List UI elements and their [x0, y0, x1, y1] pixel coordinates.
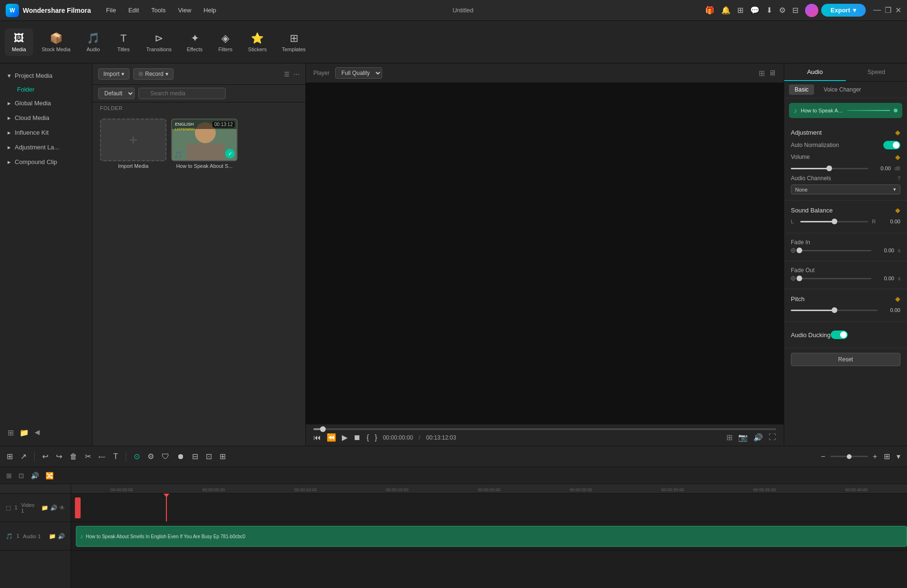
mark-in-button[interactable]: { — [366, 433, 369, 442]
sidebar-folder-icon[interactable]: 📁 — [19, 428, 29, 437]
view-select[interactable]: Default — [98, 88, 135, 99]
preview-thumb[interactable] — [320, 426, 326, 432]
settings-icon[interactable]: ⚙ — [779, 6, 786, 15]
tl-snap-button[interactable]: ⊙ — [132, 450, 142, 463]
tl-pip-button[interactable]: ⊡ — [204, 450, 214, 463]
tl-shield-button[interactable]: 🛡 — [160, 450, 171, 463]
record-button[interactable]: Record ▾ — [133, 68, 174, 80]
sound-balance-track[interactable] — [800, 221, 868, 222]
tl-grid-button[interactable]: ⊞ — [882, 450, 892, 463]
fade-in-track[interactable] — [799, 250, 871, 251]
toolbar-filters[interactable]: ◈ Filters — [211, 28, 239, 56]
tl-redo-button[interactable]: ↪ — [54, 450, 64, 463]
tl-speed-button[interactable]: ⊞ — [218, 450, 228, 463]
adjustment-diamond-icon[interactable]: ◆ — [895, 129, 900, 136]
grid-view-icon[interactable]: ⊞ — [759, 69, 765, 78]
apps-icon[interactable]: ⊟ — [792, 6, 798, 15]
tab-audio[interactable]: Audio — [784, 64, 846, 81]
toolbar-audio[interactable]: 🎵 Audio — [79, 28, 108, 56]
zoom-slider-track[interactable] — [830, 456, 868, 457]
quality-select[interactable]: Full Quality — [335, 67, 382, 79]
grid-icon[interactable]: ⊞ — [737, 6, 743, 15]
filter-icon[interactable]: ☰ — [284, 71, 290, 78]
tl-text-button[interactable]: T — [111, 450, 120, 463]
video-track-eye-icon[interactable]: 👁 — [59, 505, 65, 511]
fade-out-thumb[interactable] — [797, 276, 802, 281]
sidebar-sub-folder[interactable]: Folder — [0, 83, 92, 96]
tl-zoom-in-button[interactable]: + — [871, 450, 879, 463]
tl-zoom-out-button[interactable]: − — [819, 450, 827, 463]
sidebar-item-compound-clip[interactable]: ▸ Compound Clip — [0, 155, 92, 169]
toolbar-titles[interactable]: T Titles — [110, 28, 138, 56]
menu-tools[interactable]: Tools — [147, 5, 170, 16]
fade-out-track[interactable] — [799, 278, 871, 279]
play-button[interactable]: ▶ — [342, 433, 348, 442]
video-track-folder-icon[interactable]: 📁 — [41, 505, 48, 511]
import-media-card[interactable]: + Import Media — [100, 119, 166, 169]
sidebar-collapse-icon[interactable]: ◀ — [35, 428, 40, 437]
step-back-button[interactable]: ⏪ — [327, 433, 336, 442]
tl-add-title-track[interactable]: ⊡ — [17, 470, 26, 481]
preview-mode-icon[interactable]: 🖥 — [769, 69, 776, 78]
fullscreen-icon[interactable]: ⛶ — [769, 433, 776, 442]
volume-slider-track[interactable] — [791, 168, 868, 169]
menu-view[interactable]: View — [173, 5, 196, 16]
tl-cut-button[interactable]: ✂ — [83, 450, 93, 463]
tl-add-audio-track[interactable]: 🔊 — [29, 470, 40, 481]
audio-track-volume-icon[interactable]: 🔊 — [58, 533, 65, 540]
toolbar-effects[interactable]: ✦ Effects — [180, 28, 209, 56]
screenshot-icon[interactable]: 📷 — [738, 433, 748, 442]
sub-tab-voice-changer[interactable]: Voice Changer — [818, 84, 867, 95]
menu-edit[interactable]: Edit — [124, 5, 144, 16]
sidebar-new-folder-icon[interactable]: ⊞ — [8, 428, 14, 437]
message-icon[interactable]: 💬 — [750, 6, 760, 15]
tl-split-button[interactable]: ⟝ — [97, 450, 108, 463]
audio-track-folder-icon[interactable]: 📁 — [49, 533, 56, 540]
toolbar-stickers[interactable]: ⭐ Stickers — [241, 28, 273, 56]
sound-balance-diamond-icon[interactable]: ◆ — [895, 206, 900, 214]
toolbar-templates[interactable]: ⊞ Templates — [275, 28, 312, 56]
close-button[interactable]: ✕ — [895, 6, 901, 15]
minimize-button[interactable]: — — [873, 6, 881, 15]
more-options-icon[interactable]: ⋯ — [293, 71, 300, 78]
toolbar-transitions[interactable]: ⊳ Transitions — [140, 28, 178, 56]
zoom-slider-thumb[interactable] — [847, 454, 852, 459]
pitch-diamond-icon[interactable]: ◆ — [895, 295, 900, 303]
audio-channels-dropdown[interactable]: None ▾ — [791, 184, 900, 194]
sidebar-item-influence-kit[interactable]: ▸ Influence Kit — [0, 125, 92, 140]
maximize-button[interactable]: ❐ — [885, 6, 891, 15]
reset-button[interactable]: Reset — [791, 353, 900, 366]
tl-undo-button[interactable]: ↩ — [40, 450, 50, 463]
search-input[interactable] — [138, 88, 226, 99]
volume-diamond-icon[interactable]: ◆ — [895, 153, 900, 161]
fade-in-thumb[interactable] — [797, 248, 802, 253]
audio-mute-icon[interactable]: 🔊 — [753, 433, 763, 442]
add-to-timeline-icon[interactable]: ⊞ — [726, 433, 733, 442]
preview-timeline-bar[interactable] — [313, 428, 776, 430]
import-button[interactable]: Import ▾ — [98, 68, 129, 80]
audio-clip[interactable]: ♪ How to Speak About Smells In English E… — [76, 526, 907, 547]
tl-edit-tool[interactable]: ↗ — [18, 450, 28, 463]
notification-icon[interactable]: 🔔 — [721, 6, 731, 15]
tl-add-video-track[interactable]: ⊞ — [5, 470, 13, 481]
menu-help[interactable]: Help — [199, 5, 221, 16]
video-clip-card[interactable]: ENGLISH LISTENING 00:13:12 ✓ 🎵 How to Sp… — [171, 119, 238, 169]
auto-normalization-toggle[interactable] — [883, 141, 900, 149]
avatar[interactable] — [805, 4, 818, 17]
mark-out-button[interactable]: } — [375, 433, 377, 442]
sidebar-item-adjustment-la[interactable]: ▸ Adjustment La... — [0, 140, 92, 155]
video-track-volume-icon[interactable]: 🔊 — [50, 505, 57, 511]
tl-magnet-button[interactable]: ⚙ — [146, 450, 156, 463]
tl-shuffle-button[interactable]: 🔀 — [44, 470, 55, 481]
tl-record-button[interactable]: ⏺ — [175, 450, 186, 463]
tab-speed[interactable]: Speed — [846, 64, 907, 81]
sidebar-item-cloud-media[interactable]: ▸ Cloud Media — [0, 110, 92, 125]
sound-balance-thumb[interactable] — [832, 219, 837, 224]
stop-button[interactable]: ⏹ — [353, 433, 361, 442]
download-icon[interactable]: ⬇ — [766, 6, 772, 15]
gift-icon[interactable]: 🎁 — [705, 6, 715, 15]
audio-ducking-toggle[interactable] — [831, 331, 848, 339]
pitch-track[interactable] — [791, 310, 878, 311]
tl-select-tool[interactable]: ⊞ — [5, 450, 15, 463]
pitch-thumb[interactable] — [832, 307, 837, 313]
